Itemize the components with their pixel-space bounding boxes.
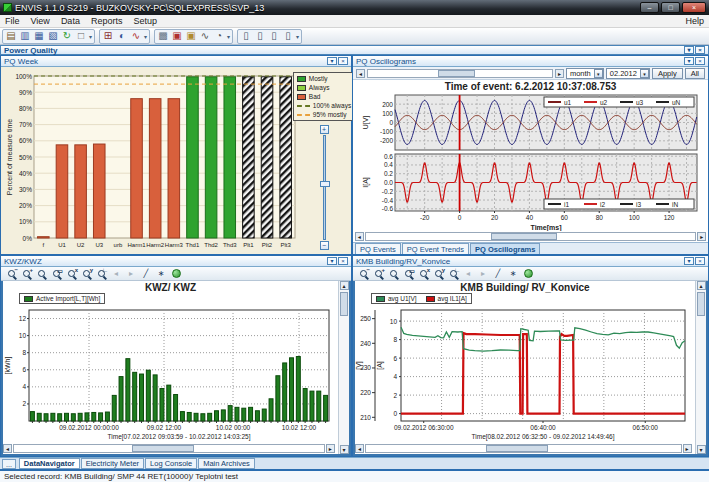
device-2-icon[interactable]: ▯ — [253, 30, 267, 43]
trend-view-icon[interactable]: ∿ — [198, 30, 212, 43]
annotate-icon[interactable]: ╱ — [491, 268, 505, 280]
tab-data-navigator[interactable]: DataNavigator — [19, 458, 80, 469]
device-4-icon[interactable]: ▯ — [281, 30, 295, 43]
scroll-up-icon[interactable]: ▴ — [697, 281, 706, 290]
hscroll-thumb[interactable] — [486, 445, 549, 452]
kwz-header[interactable]: KWZ/KWZ ▾ × — [1, 256, 351, 267]
panel-chevron-icon[interactable]: ▾ — [327, 57, 337, 65]
date-select[interactable]: 02.2012 ▾ — [606, 68, 650, 79]
marker-icon[interactable]: ∗ — [154, 268, 168, 280]
apply-button[interactable]: Apply — [652, 68, 683, 79]
menu-help[interactable]: Help — [685, 16, 704, 26]
event-scrollbar[interactable] — [367, 69, 553, 78]
tab-electricity-meter[interactable]: Electricity Meter — [81, 458, 144, 469]
kmb-hscroll[interactable]: ◂ ▸ — [355, 444, 692, 453]
tab-pq-event-trends[interactable]: PQ Event Trends — [402, 243, 469, 254]
zoom-fit-icon[interactable]: ∟ — [446, 268, 460, 280]
all-button[interactable]: All — [685, 68, 705, 79]
scroll-left-icon[interactable]: ◂ — [355, 444, 364, 453]
kwz-hscroll[interactable]: ◂ ▸ — [3, 444, 335, 453]
refresh-icon[interactable]: ↻ — [60, 30, 74, 43]
slider-minus-icon[interactable]: − — [320, 241, 329, 250]
minimize-icon[interactable]: – — [640, 2, 659, 13]
event-scrollbar-thumb[interactable] — [438, 70, 475, 77]
scroll-left-icon[interactable]: ◂ — [356, 69, 365, 78]
scroll-down-icon[interactable]: ▾ — [340, 445, 349, 454]
window-chevron-icon[interactable]: ▾ — [684, 46, 694, 54]
device-3-icon[interactable]: ▯ — [267, 30, 281, 43]
scroll-up-icon[interactable]: ▴ — [340, 281, 349, 290]
group-dropdown-icon[interactable]: ▾ — [88, 33, 93, 40]
zoom-window-icon[interactable]: ▭ — [401, 268, 415, 280]
group-dropdown-icon[interactable]: ▾ — [143, 33, 148, 40]
archive-main-icon[interactable]: ▣ — [170, 30, 184, 43]
hscroll-thumb[interactable] — [132, 445, 194, 452]
online-view-icon[interactable] — [169, 268, 183, 280]
zoom-y-icon[interactable]: y — [431, 268, 445, 280]
archive-pq-icon[interactable]: ▣ — [184, 30, 198, 43]
menu-file[interactable]: File — [5, 16, 20, 26]
zoom-in-icon[interactable]: + — [371, 268, 385, 280]
table-view-icon[interactable]: ⊞ — [101, 30, 115, 43]
panel-close-icon[interactable]: × — [695, 257, 705, 265]
vscroll-track[interactable] — [696, 290, 706, 445]
zoom-y-icon[interactable]: y — [79, 268, 93, 280]
scroll-right-icon[interactable]: ▸ — [326, 444, 335, 453]
zoom-x-icon[interactable]: x — [64, 268, 78, 280]
zoom-in-icon[interactable]: + — [19, 268, 33, 280]
hscroll-track[interactable] — [365, 444, 682, 453]
combo-arrow-icon[interactable]: ▾ — [640, 69, 649, 78]
interval-select[interactable]: month ▾ — [566, 68, 604, 79]
zoom-window-icon[interactable]: ▭ — [49, 268, 63, 280]
vscroll-track[interactable] — [339, 290, 349, 445]
slider-plus-icon[interactable]: + — [320, 125, 329, 134]
slider-track[interactable] — [323, 135, 326, 240]
scroll-left-icon[interactable]: ◂ — [355, 232, 364, 241]
zoom-reset-icon[interactable] — [386, 268, 400, 280]
menu-setup[interactable]: Setup — [133, 16, 157, 26]
online-view-icon[interactable] — [521, 268, 535, 280]
slider-thumb[interactable] — [320, 181, 330, 187]
open-archive-icon[interactable]: ▤ — [4, 30, 18, 43]
zoom-x-icon[interactable]: x — [416, 268, 430, 280]
meter-view-icon[interactable]: ▩ — [156, 30, 170, 43]
import-data-icon[interactable]: ▥ — [18, 30, 32, 43]
oscillogram-hscroll[interactable]: ◂ ▸ — [355, 232, 706, 241]
panel-chevron-icon[interactable]: ▾ — [327, 257, 337, 265]
panel-chevron-icon[interactable]: ▾ — [684, 57, 694, 65]
tab-main-archives[interactable]: Main Archives — [198, 458, 255, 469]
search-records-icon[interactable]: ◐ — [115, 30, 129, 43]
group-dropdown-icon[interactable]: ▾ — [295, 33, 300, 40]
more-tabs-button[interactable]: ... — [2, 459, 16, 469]
hscroll-thumb[interactable] — [491, 233, 557, 240]
tab-log-console[interactable]: Log Console — [145, 458, 197, 469]
vscroll-thumb[interactable] — [340, 292, 348, 316]
close-icon[interactable]: × — [682, 2, 706, 13]
maximize-icon[interactable]: □ — [661, 2, 680, 13]
vscroll-thumb[interactable] — [697, 292, 705, 316]
pq-week-zoom-slider[interactable]: + − — [320, 125, 329, 250]
power-quality-window-header[interactable]: Power Quality ▾ × — [0, 45, 709, 55]
kwz-vscroll[interactable]: ▴ ▾ — [338, 281, 349, 454]
time-sync-icon[interactable]: ◔ — [212, 30, 226, 43]
zoom-fit-icon[interactable]: ∟ — [94, 268, 108, 280]
device-1-icon[interactable]: ▯ — [239, 30, 253, 43]
panel-close-icon[interactable]: × — [695, 57, 705, 65]
hscroll-track[interactable] — [365, 232, 696, 241]
hscroll-track[interactable] — [13, 444, 325, 453]
pq-week-header[interactable]: PQ Week ▾ × — [1, 56, 351, 67]
graph-view-icon[interactable]: ∿ — [129, 30, 143, 43]
group-dropdown-icon[interactable]: ▾ — [226, 33, 231, 40]
scroll-down-icon[interactable]: ▾ — [697, 445, 706, 454]
scroll-left-icon[interactable]: ◂ — [3, 444, 12, 453]
panel-close-icon[interactable]: × — [338, 57, 348, 65]
zoom-reset-icon[interactable] — [34, 268, 48, 280]
menu-view[interactable]: View — [31, 16, 50, 26]
menu-reports[interactable]: Reports — [91, 16, 123, 26]
export-data-icon[interactable]: ▦ — [32, 30, 46, 43]
kmb-vscroll[interactable]: ▴ ▾ — [695, 281, 706, 454]
window-close-icon[interactable]: × — [695, 46, 705, 54]
marker-icon[interactable]: ∗ — [506, 268, 520, 280]
kmb-header[interactable]: KMB Building/RV_Konvice ▾ × — [353, 256, 708, 267]
report-icon[interactable]: ▧ — [46, 30, 60, 43]
